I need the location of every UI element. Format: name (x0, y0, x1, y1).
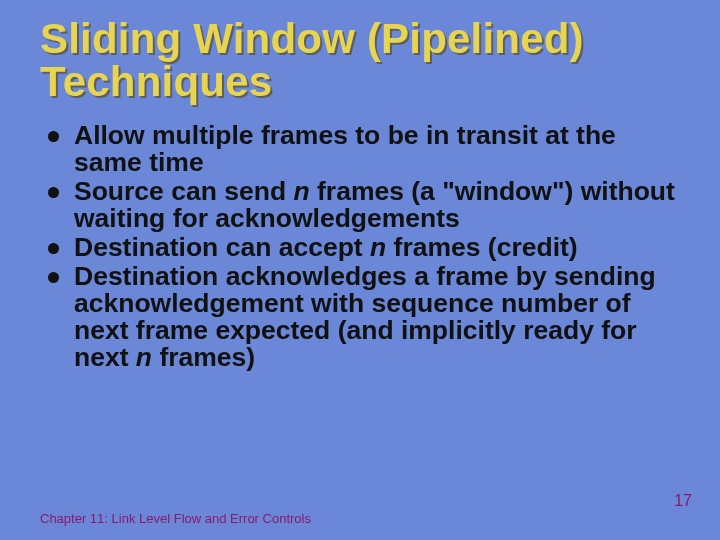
bullet-text: Allow multiple frames to be in transit a… (74, 120, 616, 177)
list-item: Destination acknowledges a frame by send… (44, 263, 680, 371)
slide-title: Sliding Window (Pipelined) Techniques (40, 18, 680, 104)
bullet-text-ital: n (136, 342, 152, 372)
bullet-list: Allow multiple frames to be in transit a… (40, 122, 680, 371)
slide: Sliding Window (Pipelined) Techniques Al… (0, 0, 720, 540)
bullet-text-ital: n (370, 232, 386, 262)
list-item: Destination can accept n frames (credit) (44, 234, 680, 261)
bullet-text-post: frames) (152, 342, 255, 372)
bullet-text-pre: Source can send (74, 176, 293, 206)
bullet-text-pre: Destination can accept (74, 232, 370, 262)
bullet-text-ital: n (293, 176, 309, 206)
page-number: 17 (674, 492, 692, 510)
list-item: Source can send n frames (a "window") wi… (44, 178, 680, 232)
bullet-text-post: frames (credit) (386, 232, 577, 262)
list-item: Allow multiple frames to be in transit a… (44, 122, 680, 176)
footer-text: Chapter 11: Link Level Flow and Error Co… (40, 511, 311, 526)
